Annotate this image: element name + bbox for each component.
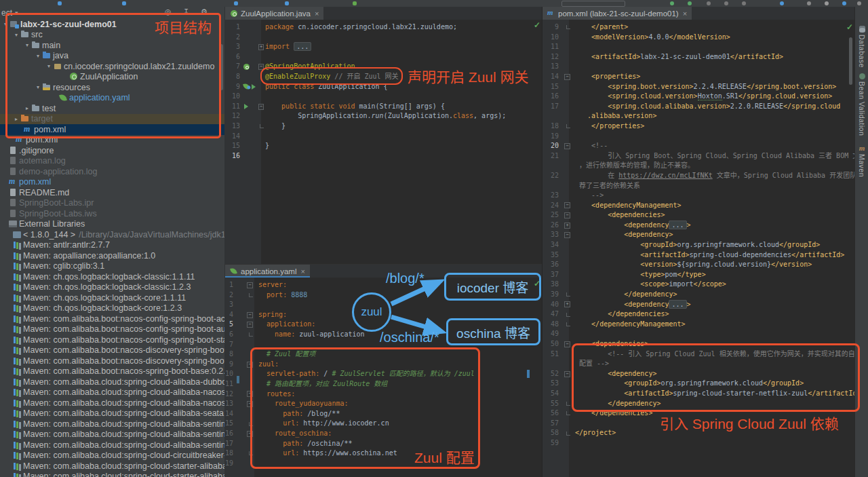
chevron-icon[interactable]: ▸ xyxy=(12,116,20,122)
fold-column[interactable]: − xyxy=(235,322,253,328)
coverage-icon[interactable] xyxy=(707,1,711,5)
code-line[interactable]: 13 } xyxy=(224,121,542,132)
project-tree-item[interactable]: Maven: com.alibaba.cloud:spring-cloud-al… xyxy=(0,440,224,451)
fold-column[interactable]: − xyxy=(561,341,570,347)
run-method-icon[interactable] xyxy=(244,104,248,109)
inspection-ok-icon[interactable]: ✓ xyxy=(534,20,540,30)
code-line[interactable]: 49 xyxy=(542,329,854,339)
project-tree-item[interactable]: Maven: com.alibaba.cloud:spring-cloud-al… xyxy=(0,408,224,419)
code-line[interactable]: 37 <type>pom</type> xyxy=(542,270,854,280)
fold-column[interactable] xyxy=(561,25,570,29)
project-tree-item[interactable]: Maven: com.alibaba.cloud:spring-cloud-al… xyxy=(0,377,224,387)
locate-icon[interactable]: ◎ xyxy=(165,7,172,16)
chevron-icon[interactable]: ▾ xyxy=(1,21,9,27)
code-line[interactable]: 7−@SpringBootApplication xyxy=(224,62,542,72)
code-line[interactable]: 58</project> xyxy=(542,428,854,438)
project-tree-item[interactable]: ▾java xyxy=(0,51,224,62)
code-line[interactable]: 18 url: https://www.oschina.net xyxy=(224,449,542,459)
updates-icon[interactable] xyxy=(807,1,811,5)
code-line[interactable]: 20− <!-- xyxy=(542,141,854,151)
fold-marker-icon[interactable] xyxy=(249,332,253,337)
fold-marker-icon[interactable] xyxy=(566,402,570,406)
code-line[interactable]: 23 --> xyxy=(542,191,854,201)
project-tree-item[interactable]: aoteman.log xyxy=(0,156,224,167)
code-line[interactable]: 35 <artifactId>spring-cloud-dependencies… xyxy=(542,250,854,261)
project-tree-item[interactable]: Maven: com.alibaba.cloud:spring-cloud-al… xyxy=(0,387,224,398)
code-line[interactable]: 52− <dependency> xyxy=(542,369,854,379)
code-line[interactable]: 3 xyxy=(224,300,542,310)
code-line[interactable]: 11 xyxy=(542,42,854,52)
fold-marker-icon[interactable]: − xyxy=(564,143,570,149)
fold-column[interactable]: − xyxy=(561,212,570,218)
code-line[interactable]: 40+ <dependency...> xyxy=(542,300,854,310)
chevron-icon[interactable]: ▸ xyxy=(23,105,31,111)
fold-marker-icon[interactable] xyxy=(566,25,570,29)
code-line[interactable]: 16 xyxy=(224,151,542,161)
fold-marker-icon[interactable]: − xyxy=(247,282,253,288)
fold-marker-icon[interactable] xyxy=(566,313,570,317)
project-tree-item[interactable]: Maven: com.alibaba.boot:nacos-discovery-… xyxy=(0,345,224,356)
code-line[interactable]: 17 path: /oschina/** xyxy=(224,439,542,449)
code-line[interactable]: 14− <properties> xyxy=(542,72,854,82)
fold-marker-icon[interactable] xyxy=(566,432,570,436)
fold-marker-icon[interactable] xyxy=(249,293,253,297)
code-line[interactable]: 2 port: 8888 xyxy=(224,290,542,301)
fold-column[interactable] xyxy=(235,422,253,426)
tool-button-bean-validation[interactable]: Bean Validation xyxy=(855,73,868,136)
fold-marker-icon[interactable]: + xyxy=(564,301,570,307)
fold-column[interactable]: − xyxy=(561,202,570,208)
fold-marker-icon[interactable]: + xyxy=(564,223,570,229)
java-editor[interactable]: 1package cn.iocoder.springcloud.labx21.z… xyxy=(224,20,542,267)
run-icon[interactable] xyxy=(670,1,674,5)
code-line[interactable]: 1package cn.iocoder.springcloud.labx21.z… xyxy=(224,22,542,33)
pom-scrollbar[interactable] xyxy=(849,37,852,85)
project-tree-item[interactable]: demo-application.log xyxy=(0,166,224,177)
code-line[interactable]: 5− application: xyxy=(224,320,542,330)
fold-marker-icon[interactable]: − xyxy=(247,312,253,318)
fold-marker-icon[interactable] xyxy=(566,292,570,297)
fold-marker-icon[interactable] xyxy=(566,124,570,128)
fold-marker-icon[interactable]: − xyxy=(247,431,253,437)
project-tree-item[interactable]: Maven: com.alibaba.boot:nacos-discovery-… xyxy=(0,356,224,366)
tab-zuulapplication-java[interactable]: ZuulApplication.java × xyxy=(225,7,323,20)
project-tree-item[interactable]: Maven: com.alibaba.boot:nacos-config-spr… xyxy=(0,335,224,345)
chevron-icon[interactable]: ▾ xyxy=(12,32,20,38)
project-tree-item[interactable]: pom.xml xyxy=(0,124,224,135)
code-line[interactable]: 17 <spring.cloud.alibaba.version>2.2.0.R… xyxy=(542,102,854,112)
project-tree-item[interactable]: Maven: cglib:cglib:3.1 xyxy=(0,261,224,272)
project-tree-item[interactable]: Maven: ch.qos.logback:logback-core:1.2.3 xyxy=(0,303,224,314)
project-tree-item[interactable]: ZuulApplication xyxy=(0,72,224,83)
code-line[interactable]: 53 <groupId>org.springframework.cloud</g… xyxy=(542,379,854,389)
fold-column[interactable] xyxy=(561,402,570,406)
project-tree-item[interactable]: Maven: com.alibaba.cloud:spring-cloud-al… xyxy=(0,419,224,430)
fold-marker-icon[interactable]: − xyxy=(258,104,264,110)
code-line[interactable]: 24− <dependencyManagement> xyxy=(542,201,854,211)
fold-marker-icon[interactable] xyxy=(566,322,570,326)
project-tree-item[interactable]: Maven: antlr:antlr:2.7.7 xyxy=(0,240,224,251)
fold-column[interactable]: − xyxy=(561,143,570,149)
fold-column[interactable] xyxy=(561,124,570,128)
run-configuration-combo[interactable] xyxy=(561,1,625,7)
code-line[interactable]: 13− route_yudaoyuanma: xyxy=(224,399,542,409)
project-tree-item[interactable]: pom.xml xyxy=(0,177,224,188)
fold-marker-icon[interactable] xyxy=(249,451,253,455)
code-line[interactable]: 22 在 https://dwz.cn/mcLIfNKt 文章中，Spring … xyxy=(542,171,854,181)
collapse-all-icon[interactable]: ↧ xyxy=(183,7,189,16)
code-line[interactable]: 15 <spring.boot.version>2.2.4.RELEASE</s… xyxy=(542,82,854,92)
fold-marker-icon[interactable] xyxy=(249,422,253,426)
project-tree-item[interactable]: Maven: ch.qos.logback:logback-classic:1.… xyxy=(0,271,224,282)
fold-column[interactable] xyxy=(235,293,253,297)
code-line[interactable]: 9 </parent> xyxy=(542,22,854,33)
fold-column[interactable] xyxy=(561,292,570,297)
fold-column[interactable]: − xyxy=(561,232,570,238)
code-line[interactable]: 55 </dependency> xyxy=(542,399,854,409)
code-line[interactable]: 8@EnableZuulProxy // 开启 Zuul 网关 xyxy=(224,72,542,82)
spring-bean-icon[interactable] xyxy=(243,83,250,91)
fold-column[interactable]: + xyxy=(561,301,570,307)
project-tree-item[interactable]: ▾main xyxy=(0,40,224,51)
fold-marker-icon[interactable]: − xyxy=(564,341,570,347)
fold-column[interactable] xyxy=(561,432,570,436)
tab-application-yaml[interactable]: application.yaml × xyxy=(225,265,310,278)
fold-column[interactable] xyxy=(561,411,570,415)
project-tree-item[interactable]: README.md xyxy=(0,187,224,198)
